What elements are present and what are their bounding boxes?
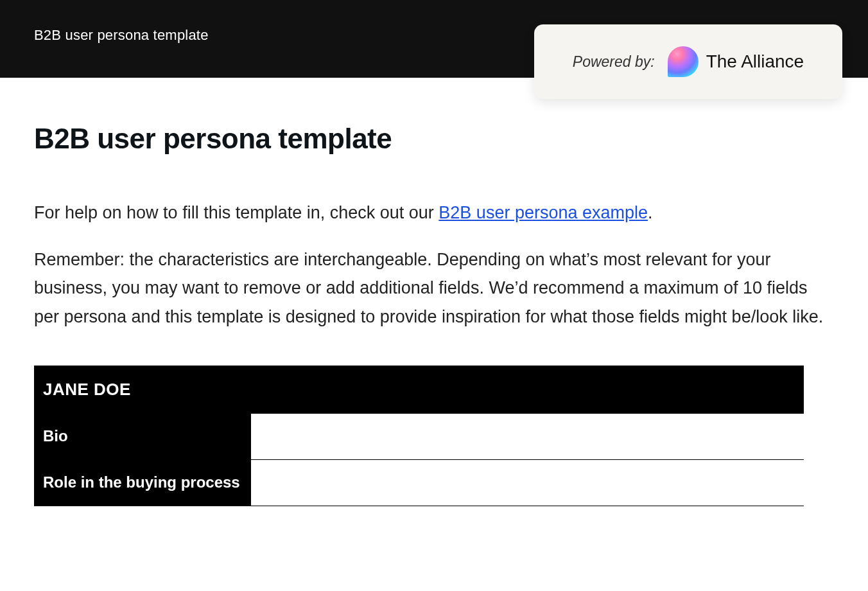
persona-table: JANE DOE Bio Role in the buying process: [34, 366, 804, 506]
row-value-role: [251, 460, 804, 506]
intro-p1-prefix: For help on how to fill this template in…: [34, 203, 438, 222]
row-label-bio: Bio: [34, 414, 251, 460]
intro-paragraph-2: Remember: the characteristics are interc…: [34, 245, 834, 331]
intro-section: For help on how to fill this template in…: [34, 198, 834, 331]
row-label-role: Role in the buying process: [34, 460, 251, 506]
powered-by-label: Powered by:: [573, 53, 655, 71]
example-link[interactable]: B2B user persona example: [438, 203, 648, 222]
row-value-bio: [251, 414, 804, 460]
alliance-brand-text: The Alliance: [706, 51, 804, 72]
table-row: Role in the buying process: [34, 460, 804, 506]
alliance-brand: The Alliance: [668, 46, 804, 77]
powered-by-card: Powered by: The Alliance: [534, 24, 842, 99]
persona-name-header: JANE DOE: [34, 366, 804, 414]
intro-p1-suffix: .: [648, 203, 653, 222]
intro-paragraph-1: For help on how to fill this template in…: [34, 198, 834, 227]
topbar: B2B user persona template Powered by: Th…: [0, 0, 868, 78]
topbar-title: B2B user persona template: [34, 27, 209, 44]
page-title: B2B user persona template: [34, 123, 834, 155]
alliance-logo-icon: [668, 46, 699, 77]
document-body: B2B user persona template For help on ho…: [0, 78, 868, 506]
table-row: Bio: [34, 414, 804, 460]
